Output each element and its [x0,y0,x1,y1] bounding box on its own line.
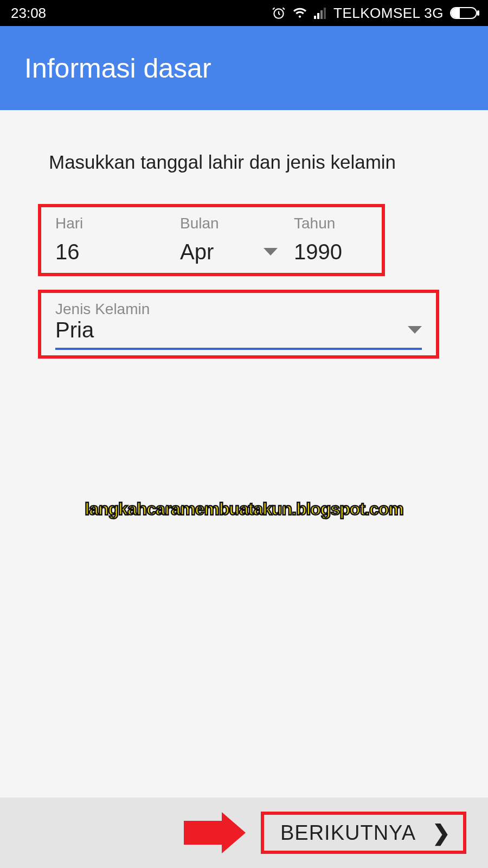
svg-rect-3 [320,10,323,19]
chevron-right-icon: ❯ [432,820,451,845]
status-bar: 23:08 TELKOMSEL 3G [0,0,488,26]
carrier-label: TELKOMSEL 3G [333,5,444,22]
app-header: Informasi dasar [0,26,488,110]
next-button-label: BERIKUTNYA [280,821,416,845]
gender-label: Jenis Kelamin [55,301,150,317]
gender-group: Jenis Kelamin Pria [38,290,439,359]
chevron-down-icon [264,248,278,256]
arrow-right-icon [184,816,249,849]
alarm-icon [272,6,286,20]
month-value: Apr [180,240,214,264]
day-value: 16 [55,240,164,264]
chevron-down-icon [408,326,422,334]
day-label: Hari [55,215,164,232]
page-title: Informasi dasar [24,53,211,84]
instruction-text: Masukkan tanggal lahir dan jenis kelamin [27,148,461,177]
svg-rect-1 [314,16,316,19]
year-field[interactable]: Tahun 1990 [294,215,368,264]
battery-icon [450,7,477,19]
date-of-birth-group: Hari 16 Bulan Apr Tahun 1990 [38,204,385,276]
footer-bar: BERIKUTNYA ❯ [0,797,488,868]
wifi-icon [292,7,307,19]
year-label: Tahun [294,215,368,232]
form-content: Masukkan tanggal lahir dan jenis kelamin… [0,110,488,359]
watermark-text: langkahcaramembuatakun.blogspot.com [0,499,488,519]
next-button[interactable]: BERIKUTNYA ❯ [261,812,466,854]
gender-field[interactable]: Jenis Kelamin Pria [55,301,422,350]
svg-rect-2 [317,13,319,19]
month-label: Bulan [180,215,278,232]
status-time: 23:08 [11,5,46,22]
year-value: 1990 [294,240,368,264]
day-field[interactable]: Hari 16 [55,215,164,264]
month-field[interactable]: Bulan Apr [180,215,278,264]
signal-icon [314,7,327,19]
svg-rect-4 [324,8,326,19]
gender-value: Pria [55,318,94,342]
